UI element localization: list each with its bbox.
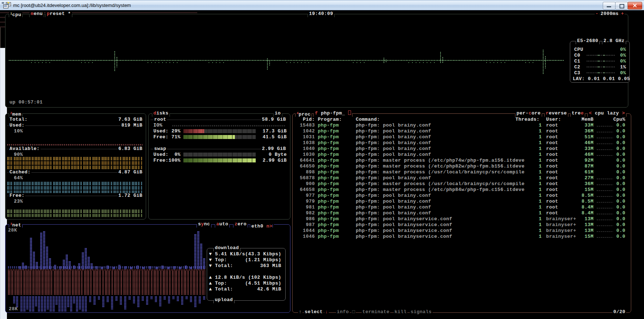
signals-button[interactable]: signals xyxy=(410,309,432,315)
cpu-core-meter-dot xyxy=(603,61,605,62)
col-header-threads: Threads: xyxy=(515,117,540,123)
proc-threads: 1 xyxy=(539,210,542,216)
mem-stat-value: 4.87 GiB xyxy=(118,169,143,175)
select-up-arrow[interactable]: ↑ xyxy=(298,309,302,315)
terminate-button[interactable]: terminate xyxy=(362,309,390,315)
proc-mem: 8.4M xyxy=(582,204,594,210)
disk-meter-value: 0 Byte xyxy=(268,152,287,158)
interval-increase-button[interactable]: + xyxy=(620,11,625,17)
menu-button[interactable]: menu xyxy=(29,11,44,17)
download-stat-value: (1.21 Mibps) xyxy=(245,257,281,263)
proc-mem-graph xyxy=(597,219,613,221)
preset-button[interactable]: preset * xyxy=(45,11,72,17)
proc-pid: 981 xyxy=(306,204,315,210)
net-download-bar xyxy=(118,265,121,269)
auto-button[interactable]: auto xyxy=(215,221,230,228)
proc-cpu: 0.0 xyxy=(616,216,625,222)
net-upload-bar xyxy=(120,296,122,305)
mem-used-graph xyxy=(7,144,142,146)
net-upload-bar xyxy=(190,296,192,302)
minimize-button[interactable] xyxy=(603,2,616,10)
net-upload-bar xyxy=(155,296,157,302)
proc-user: brainyser+ xyxy=(546,228,576,234)
select-down-arrow[interactable]: ↓ xyxy=(324,309,329,315)
proc-program: php-fpm xyxy=(318,169,339,175)
interface-selector[interactable]: eth0 n> xyxy=(250,221,274,229)
proc-mem-graph xyxy=(597,225,613,226)
proc-pid: 1038 xyxy=(303,140,315,146)
cpu-core-value: 0% xyxy=(620,53,626,59)
proc-pid: 1042 xyxy=(303,128,315,134)
net-upload-bar xyxy=(44,296,46,312)
net-download-bar xyxy=(203,258,205,269)
proc-command: php-fpm: pool brainy.conf xyxy=(356,134,431,140)
proc-program: php-fpm xyxy=(318,158,339,164)
proc-command: php-fpm: pool brainy.conf xyxy=(356,199,431,204)
proc-pid: 15483 xyxy=(300,123,315,128)
net-upload-bar xyxy=(199,296,201,304)
cpu-core-label: CPU xyxy=(574,47,583,53)
cpu-core-label: C3 xyxy=(574,70,580,76)
disks-io-toggle[interactable]: io xyxy=(273,110,282,117)
mem-stat-label: Cached: xyxy=(9,169,31,175)
info-button[interactable]: info xyxy=(336,309,350,315)
maximize-button[interactable] xyxy=(615,2,628,10)
mem-stat-percent: 64% xyxy=(13,175,24,181)
col-header-program: Program: xyxy=(318,117,342,123)
upload-stat-value: (4.51 Mibps) xyxy=(245,281,281,286)
proc-threads: 1 xyxy=(539,222,542,228)
disk-meter xyxy=(183,153,256,157)
proc-threads: 1 xyxy=(539,187,542,193)
net-download-bar xyxy=(59,266,61,269)
close-button[interactable] xyxy=(628,2,642,10)
mem-available-graph xyxy=(7,161,142,165)
zero-button[interactable]: zero xyxy=(233,221,248,228)
sort-selector[interactable]: < cpu lazy > xyxy=(587,110,626,117)
proc-mem: 8.5M xyxy=(582,199,594,204)
col-header-user: User: xyxy=(546,117,561,123)
net-upload-bar xyxy=(70,296,72,312)
proc-threads: 1 xyxy=(539,193,542,199)
mem-stat-label: Available: xyxy=(9,146,41,152)
net-upload-bar xyxy=(64,296,66,312)
per-core-toggle[interactable]: per-core xyxy=(515,110,542,117)
cell-gaps xyxy=(7,191,142,193)
proc-mem-graph xyxy=(597,208,613,209)
process-filter-input[interactable]: f php-fpm_ xyxy=(313,110,353,117)
proc-cpu: 0.0 xyxy=(616,134,625,140)
net-upload-bar xyxy=(102,296,104,307)
net-upload-bar xyxy=(38,296,40,312)
net-download-bar xyxy=(149,266,151,269)
net-upload-bar xyxy=(29,296,31,312)
proc-command: php-fpm: pool brainy.conf xyxy=(356,175,431,181)
sync-button[interactable]: sync xyxy=(197,221,212,228)
meter-blocks xyxy=(183,158,256,162)
net-upload-bar xyxy=(168,296,170,304)
proc-threads: 1 xyxy=(539,216,542,222)
proc-program: php-fpm xyxy=(318,181,339,187)
upload-stat: ▲ Total: xyxy=(209,286,233,292)
proc-cpu: 0.0 xyxy=(616,193,625,199)
net-download-bar xyxy=(40,233,42,269)
uptime-label: up 00:57:01 xyxy=(9,100,43,105)
tree-toggle[interactable]: tree xyxy=(570,110,585,117)
proc-threads: 1 xyxy=(539,146,542,152)
window-titlebar[interactable]: mc [root@ub24.itdeveloper.com.ua]:/lib/s… xyxy=(0,0,644,10)
cpu-graph-line2 xyxy=(209,62,227,63)
proc-program: php-fpm xyxy=(318,140,339,146)
net-download-bar xyxy=(78,263,80,269)
cpu-core-meter-dot xyxy=(598,55,599,56)
proc-user: root xyxy=(546,199,558,204)
cpu-core-value: 0% xyxy=(620,59,626,64)
proc-threads: 1 xyxy=(539,175,542,181)
reverse-toggle[interactable]: reverse xyxy=(544,110,568,117)
kill-button[interactable]: kill xyxy=(394,309,407,315)
net-scale-top: 28K xyxy=(8,228,17,233)
interval-decrease-button[interactable]: - xyxy=(595,11,599,17)
proc-mem: 36M xyxy=(584,128,594,134)
net-upload-bar xyxy=(129,296,131,300)
cpu-core-meter-dot xyxy=(598,72,599,74)
download-stat-value: (43.3 Kibps) xyxy=(245,251,281,257)
proc-mem-graph xyxy=(597,138,613,139)
proc-user: root xyxy=(546,134,558,140)
